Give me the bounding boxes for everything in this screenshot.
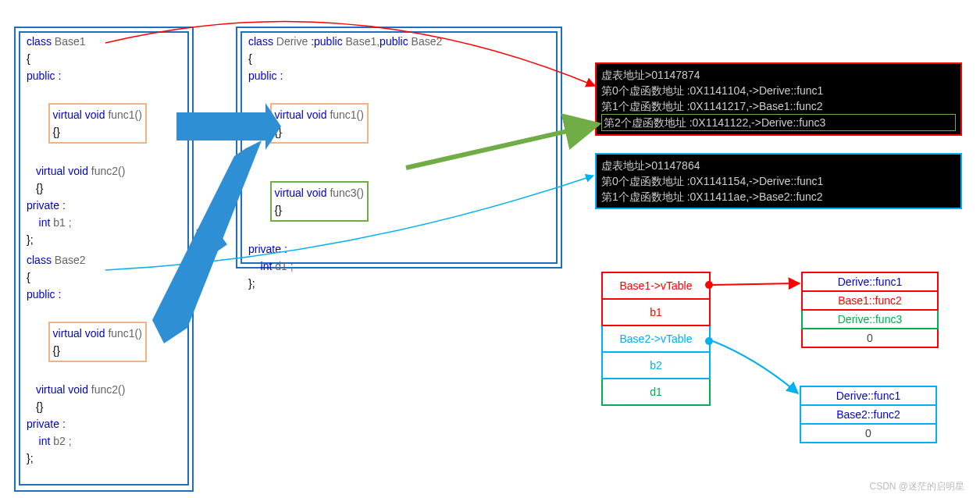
derive-member: int d1 ;	[242, 258, 556, 275]
arrow-mem-to-vt1	[713, 283, 800, 285]
derive-close: };	[242, 275, 556, 292]
vt2-r0: Derive::func1	[800, 386, 936, 405]
mem-base2-vtable: Base2->vTable	[602, 325, 710, 352]
brace-d: {	[242, 50, 556, 67]
base1-func2b: {}	[20, 180, 187, 197]
base1-func2: virtual void func2()	[20, 162, 187, 180]
derive-panel: class Derive :public Base1,public Base2 …	[241, 31, 558, 264]
memory-layout-table: Base1->vTable b1 Base2->vTable b2 d1	[601, 272, 711, 406]
override-label-1: 覆盖	[205, 120, 235, 137]
t2-l1: 第0个虚函数地址 :0X1141154,->Derive::func1	[601, 173, 956, 189]
base2-close: };	[20, 450, 187, 467]
vt1-r1: Base1::func2	[802, 291, 938, 310]
mem-b2: b2	[602, 352, 710, 379]
vtable-red: Derive::func1 Base1::func2 Derive::func3…	[801, 272, 939, 348]
derive-func1-box: virtual void func1(){}	[242, 84, 556, 162]
terminal-vtable-2: 虚表地址>01147864 第0个虚函数地址 :0X1141154,->Deri…	[595, 153, 962, 209]
private-label: private :	[20, 197, 187, 214]
dot-red	[705, 281, 713, 289]
arrow-mem-to-vt2	[713, 341, 798, 393]
base2-func1-box: virtual void func1(){}	[20, 303, 187, 381]
t1-l3: 第2个虚函数地址 :0X1141122,->Derive::func3	[601, 114, 956, 131]
vt1-r2: Derive::func3	[802, 310, 938, 329]
dot-blue	[705, 337, 713, 345]
brace: {	[20, 50, 187, 67]
terminal-vtable-1: 虚表地址>01147874 第0个虚函数地址 :0X1141104,->Deri…	[595, 62, 962, 136]
base1-decl: class Base1	[20, 33, 187, 50]
derive-decl: class Derive :public Base1,public Base2	[242, 33, 556, 50]
t1-l1: 第0个虚函数地址 :0X1141104,->Derive::func1	[601, 83, 956, 98]
t2-l2: 第1个虚函数地址 :0X11411ae,->Base2::func2	[601, 189, 956, 205]
t1-l2: 第1个虚函数地址 :0X1141217,->Base1::func2	[601, 98, 956, 114]
vtable-blue: Derive::func1 Base2::func2 0	[800, 386, 937, 443]
vt1-r3: 0	[802, 329, 938, 347]
t2-l0: 虚表地址>01147864	[601, 158, 956, 173]
base2-decl: class Base2	[20, 251, 187, 269]
public-label: public :	[20, 67, 187, 84]
base2-func2: virtual void func2()	[20, 381, 187, 398]
base2-member: int b2 ;	[20, 432, 187, 450]
vt2-r2: 0	[800, 424, 936, 443]
public-label2: public :	[20, 286, 187, 303]
public-d: public :	[242, 67, 556, 84]
base1-func1-box: virtual void func1(){}	[20, 84, 187, 162]
vt2-r1: Base2::func2	[800, 405, 936, 424]
base1-close: };	[20, 231, 187, 248]
vt1-r0: Derive::func1	[802, 272, 938, 291]
override-label-2: 覆盖	[196, 220, 227, 254]
mem-base1-vtable: Base1->vTable	[602, 272, 710, 299]
mem-d1: d1	[602, 379, 710, 405]
private-d: private :	[242, 240, 556, 258]
brace2: {	[20, 269, 187, 286]
derive-func3-box: virtual void func3(){}	[242, 162, 556, 240]
base-classes-panel: class Base1 { public : virtual void func…	[19, 31, 189, 486]
private-label2: private :	[20, 415, 187, 432]
mem-b1: b1	[602, 299, 710, 325]
watermark-text: CSDN @迷茫的启明星	[869, 480, 964, 493]
base2-func2b: {}	[20, 398, 187, 415]
base1-member: int b1 ;	[20, 214, 187, 231]
t1-l0: 虚表地址>01147874	[601, 67, 956, 83]
